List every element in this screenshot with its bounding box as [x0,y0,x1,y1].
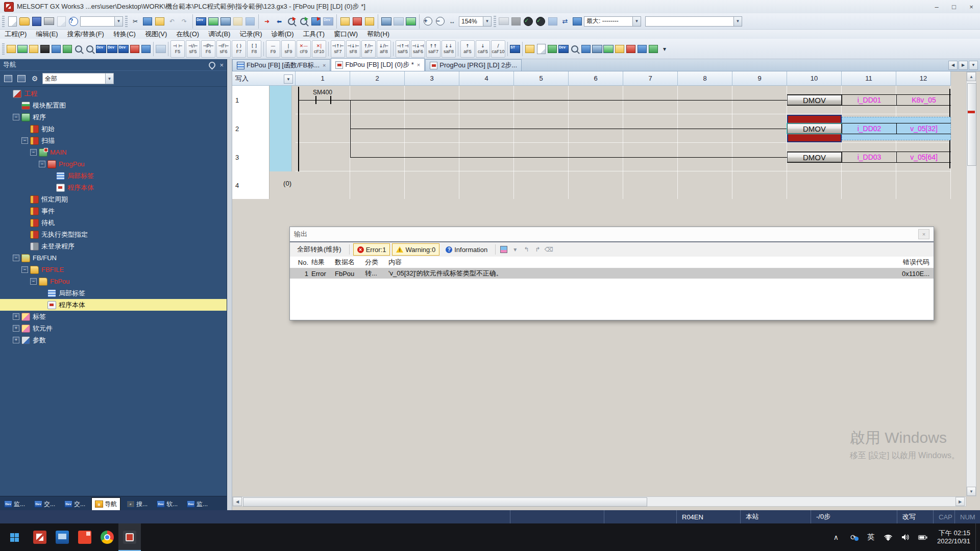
ladder-editor-icon[interactable] [17,43,28,55]
edit-comment-icon[interactable] [524,43,535,55]
tree-item-program-body[interactable]: 程序本体 [0,182,227,193]
close-tab-icon[interactable]: × [417,62,420,68]
tree-item-parameter[interactable]: +参数 [0,334,227,346]
falling-branch-close-button[interactable]: ↓↓saF8 [442,40,456,58]
tree-item-fixed-cycle[interactable]: 恒定周期 [0,193,227,205]
menu-debug[interactable]: 调试(B) [204,30,235,39]
open-branch-button[interactable]: ⊣P⊢F6 [201,40,215,58]
menu-record[interactable]: 记录(R) [235,30,266,39]
tree-item-progpou[interactable]: −ProgPou [0,158,227,170]
tree-item-fbfile[interactable]: −FBFILE [0,264,227,276]
vertical-scroll-thumb[interactable] [967,83,976,166]
expand-toggle[interactable]: + [13,337,19,343]
instruction-block[interactable]: DMOV i_DD03 v_05[64] [787,152,951,163]
menu-online[interactable]: 在线(O) [172,30,204,39]
instruction-name[interactable]: DMOV [787,95,842,105]
horizontal-scrollbar[interactable]: ◀ ▶ [232,496,966,507]
collapse-toggle[interactable]: − [21,266,28,273]
expand-all-icon[interactable] [16,73,27,84]
device-list-icon[interactable] [580,43,592,55]
find-dark-icon[interactable] [84,43,95,55]
dropdown-icon[interactable]: ▾ [510,245,520,254]
mode-dropdown-icon[interactable]: ▼ [284,74,293,84]
tree-item-event[interactable]: 事件 [0,205,227,217]
tree-filter-combo[interactable]: 全部▼ [42,73,114,84]
convert-all-button[interactable]: 全部转换(维持) [293,243,346,256]
ladder-canvas[interactable]: 1 2 3 4 (0) SM400 [232,86,966,199]
menu-edit[interactable]: 编辑(E) [31,30,62,39]
invert-operation-button[interactable]: /caF10 [491,40,505,58]
operand-source[interactable]: i_DD01 [842,95,896,105]
instruction-name[interactable]: DMOV [787,152,842,162]
scroll-up-icon[interactable]: ▲ [967,72,976,81]
open-file-icon[interactable] [19,16,30,27]
operand-destination[interactable]: v_05[32] [896,123,951,134]
toolbar-drag-handle[interactable] [2,43,5,55]
step-mark-icon[interactable] [339,16,351,27]
program-monitor-icon[interactable] [405,16,416,27]
web-icon[interactable] [155,43,166,55]
tree-item-main[interactable]: −MAIN [0,146,227,158]
menu-project[interactable]: 工程(P) [0,30,31,39]
tree-item-local-label[interactable]: 局部标签 [0,170,227,182]
zoom-in-icon[interactable]: + [422,16,433,27]
collapse-toggle[interactable]: − [30,149,37,156]
online-list-icon[interactable] [547,16,558,27]
taskbar-app-gxworks[interactable] [29,523,51,551]
tab-cross-ref2[interactable]: Dev交... [61,498,88,510]
verify-green-flag-icon[interactable] [298,16,309,27]
taskbar-app-active[interactable] [118,523,141,551]
zoom-level-combo[interactable]: 154%▼ [459,16,492,27]
edit-mode-icon[interactable] [28,43,39,55]
ic-chip-icon[interactable] [39,43,51,55]
redo-icon[interactable]: ↷ [179,16,190,27]
battery-icon[interactable] [918,535,928,540]
application-instruction-button[interactable]: [ ]F8 [247,40,261,58]
vertical-scrollbar[interactable]: ▲ ▼ [966,71,976,496]
cross-reference-icon[interactable] [569,43,580,55]
tree-item-fbpou[interactable]: −FbPou [0,276,227,287]
toolbar-drag-handle[interactable] [125,16,128,27]
rising-pulse-button[interactable]: ⊣↑⊢sF7 [331,40,345,58]
collapse-toggle[interactable]: − [21,137,28,144]
error-filter-button[interactable]: × Error:1 [353,243,390,256]
watch-item-combo[interactable]: ▼ [645,16,742,27]
device-ref-icon[interactable]: Dev [118,43,129,55]
tree-item-project[interactable]: 工程 [0,88,227,99]
module-config-icon[interactable] [6,43,17,55]
operand-source[interactable]: i_DD02 [842,123,896,134]
expand-toggle[interactable]: + [13,325,19,332]
wifi-icon[interactable] [883,534,893,541]
watch-register-icon[interactable] [592,43,603,55]
tab-scroll-left-icon[interactable]: ◀ [948,61,958,70]
tab-list-icon[interactable]: ▼ [969,61,978,70]
open-contact-button[interactable]: ⊣ ⊢F5 [170,40,185,58]
tree-item-unregistered[interactable]: 未登录程序 [0,240,227,252]
rising-pulse-close-button[interactable]: ↑/⊢aF7 [361,40,376,58]
tray-chevron-icon[interactable]: ∧ [831,533,841,541]
clock-blue-icon[interactable] [140,43,152,55]
close-contact-button[interactable]: ⊣/⊢sF5 [186,40,200,58]
tab-find[interactable]: ⌕搜... [124,498,151,510]
tree-item-fbfun[interactable]: −FB/FUN [0,252,227,264]
gear-icon[interactable]: ⚙ [29,73,40,84]
list-view2-icon[interactable] [62,43,73,55]
start-button[interactable] [0,523,29,551]
vertical-line-button[interactable]: |sF9 [281,40,296,58]
device-table-icon[interactable]: Dev [107,43,118,55]
menu-window[interactable]: 窗口(W) [329,30,362,39]
instruction-name[interactable]: DMOV [787,123,842,134]
open-contact-symbol[interactable] [315,96,316,104]
toolbar-drag-handle[interactable] [2,16,5,27]
taskbar-clock[interactable]: 下午 02:15 2022/10/31 [937,529,970,545]
close-panel-icon[interactable]: × [219,61,224,69]
collapse-toggle[interactable]: − [30,278,37,285]
edit-note-icon[interactable] [547,43,558,55]
non-display-icon[interactable] [648,43,659,55]
tree-item-module-config[interactable]: 模块配置图 [0,99,227,111]
device-compare-icon[interactable]: Dev [323,16,334,27]
tab-element[interactable]: Dev软... [154,498,181,510]
read-from-plc-icon[interactable]: ➜ [261,16,273,27]
device-write-icon[interactable]: Dev [195,16,207,27]
scroll-right-icon[interactable]: ▶ [955,497,965,506]
